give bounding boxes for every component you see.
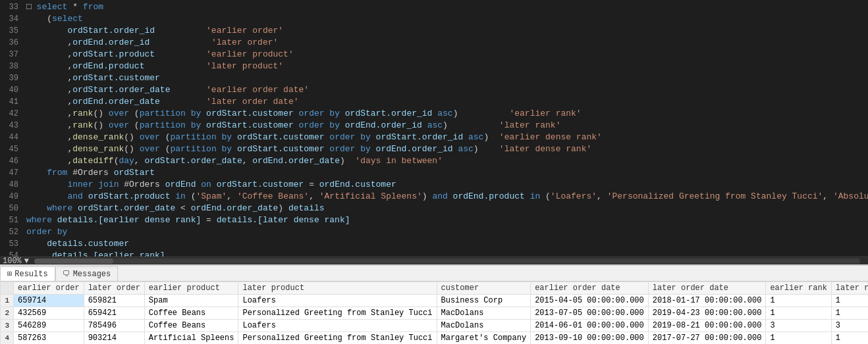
column-header: earlier order date: [531, 282, 649, 295]
zoom-dropdown-icon[interactable]: ▼: [24, 257, 29, 266]
table-cell: 659714: [14, 295, 84, 307]
table-cell: 432569: [14, 307, 84, 320]
code-line: 34 (select: [0, 13, 868, 25]
table-cell: 2019-08-21 00:00:00.000: [648, 320, 766, 332]
row-number: 3: [1, 320, 14, 332]
table-cell: Coffee Beans: [144, 320, 238, 332]
line-content: ,ordStart.order_date 'earlier order date…: [26, 84, 309, 96]
code-line: 39 ,ordStart.customer: [0, 72, 868, 84]
table-cell: 2014-06-01 00:00:00.000: [531, 320, 649, 332]
line-content: ,datediff(day, ordStart.order_date, ordE…: [26, 155, 443, 167]
column-header: earlier product: [144, 282, 238, 295]
line-number: 50: [0, 203, 26, 214]
table-cell: 2019-04-23 00:00:00.000: [648, 307, 766, 320]
line-number: 45: [0, 143, 26, 155]
table-cell: 2017-07-27 00:00:00.000: [648, 332, 766, 345]
line-number: 48: [0, 179, 26, 191]
line-content: (select: [26, 13, 83, 25]
line-number: 46: [0, 155, 26, 167]
column-header: customer: [437, 282, 531, 295]
table-cell: Coffee Beans: [144, 307, 238, 320]
zoom-control: 100% ▼: [3, 257, 29, 266]
line-number: 38: [0, 61, 26, 72]
table-cell: Personalized Greeting from Stanley Tucci: [238, 332, 437, 345]
line-number: 54: [0, 250, 26, 257]
line-content: where details.[earlier dense rank] = det…: [26, 214, 350, 226]
tab-messages[interactable]: 🗨 Messages: [55, 266, 119, 281]
table-cell: MacDolans: [437, 320, 531, 332]
results-table-wrapper[interactable]: earlier orderlater orderearlier productl…: [0, 282, 868, 344]
table-cell: 546289: [14, 320, 84, 332]
results-grid-icon: ⊞: [7, 269, 12, 279]
line-number: 52: [0, 226, 26, 238]
table-cell: Spam: [144, 295, 238, 307]
line-number: 34: [0, 13, 26, 25]
line-number: 41: [0, 96, 26, 108]
line-number: 47: [0, 167, 26, 179]
code-line: 40 ,ordStart.order_date 'earlier order d…: [0, 84, 868, 96]
line-number: 51: [0, 214, 26, 226]
row-number: 4: [1, 332, 14, 345]
table-cell: 1: [831, 295, 868, 307]
code-line: 51where details.[earlier dense rank] = d…: [0, 214, 868, 226]
table-cell: 2013-09-10 00:00:00.000: [531, 332, 649, 345]
row-num-header: [1, 282, 14, 295]
line-content: inner join #Orders ordEnd on ordStart.cu…: [26, 179, 396, 191]
table-row[interactable]: 1659714659821SpamLoafersBusiness Corp201…: [1, 295, 869, 307]
code-line: 38 ,ordEnd.product 'later product': [0, 61, 868, 72]
line-content: ,details.[earlier rank]: [26, 250, 165, 257]
column-header: later order: [84, 282, 144, 295]
code-line: 35 ordStart.order_id 'earlier order': [0, 25, 868, 37]
table-cell: Personalized Greeting from Stanley Tucci: [238, 307, 437, 320]
line-number: 53: [0, 238, 26, 250]
code-line: 42 ,rank() over (partition by ordStart.c…: [0, 108, 868, 120]
column-header: later rank: [831, 282, 868, 295]
code-line: 43 ,rank() over (partition by ordStart.c…: [0, 120, 868, 132]
code-line: 54 ,details.[earlier rank]: [0, 250, 868, 257]
scrollbar-thumb[interactable]: [34, 258, 113, 264]
line-content: ,dense_rank() over (partition by ordStar…: [26, 143, 591, 155]
line-content: order by: [26, 226, 67, 238]
line-content: ,rank() over (partition by ordStart.cust…: [26, 108, 582, 120]
table-cell: 1: [766, 307, 831, 320]
table-cell: Artificial Spleens: [144, 332, 238, 345]
table-cell: 1: [766, 295, 831, 307]
table-cell: Margaret's Company: [437, 332, 531, 345]
table-cell: 2015-04-05 00:00:00.000: [531, 295, 649, 307]
table-cell: 903214: [84, 332, 144, 345]
table-cell: 659821: [84, 295, 144, 307]
table-cell: 785496: [84, 320, 144, 332]
horizontal-scrollbar[interactable]: [34, 258, 860, 264]
line-content: ordStart.order_id 'earlier order': [26, 25, 283, 37]
column-header: earlier rank: [766, 282, 831, 295]
column-header: later product: [238, 282, 437, 295]
table-cell: Loafers: [238, 295, 437, 307]
line-content: details.customer: [26, 238, 129, 250]
code-line: 45 ,dense_rank() over (partition by ordS…: [0, 143, 868, 155]
code-line: 44 ,dense_rank() over (partition by ordS…: [0, 132, 868, 143]
table-cell: 659421: [84, 307, 144, 320]
tab-results[interactable]: ⊞ Results: [0, 266, 55, 281]
table-cell: 2018-01-17 00:00:00.000: [648, 295, 766, 307]
code-line: 48 inner join #Orders ordEnd on ordStart…: [0, 179, 868, 191]
results-panel: ⊞ Results 🗨 Messages earlier orderlater …: [0, 264, 868, 344]
table-row[interactable]: 3546289785496Coffee BeansLoafersMacDolan…: [1, 320, 869, 332]
messages-icon: 🗨: [63, 269, 70, 279]
line-number: 36: [0, 37, 26, 49]
code-line: 41 ,ordEnd.order_date 'later order date': [0, 96, 868, 108]
code-line: 36 ,ordEnd.order_id 'later order': [0, 37, 868, 49]
tab-results-label: Results: [14, 270, 47, 279]
line-content: ,rank() over (partition by ordStart.cust…: [26, 120, 560, 132]
line-number: 42: [0, 108, 26, 120]
table-cell: 3: [831, 320, 868, 332]
table-row[interactable]: 4587263903214Artificial SpleensPersonali…: [1, 332, 869, 345]
code-line: 33□ select * from: [0, 1, 868, 13]
line-number: 35: [0, 25, 26, 37]
editor-area: 33□ select * from34 (select35 ordStart.o…: [0, 0, 868, 257]
table-cell: 1: [766, 332, 831, 345]
table-cell: 2013-07-05 00:00:00.000: [531, 307, 649, 320]
line-number: 39: [0, 72, 26, 84]
line-content: ,dense_rank() over (partition by ordStar…: [26, 132, 602, 143]
table-row[interactable]: 2432569659421Coffee BeansPersonalized Gr…: [1, 307, 869, 320]
line-content: ,ordEnd.order_date 'later order date': [26, 96, 299, 108]
